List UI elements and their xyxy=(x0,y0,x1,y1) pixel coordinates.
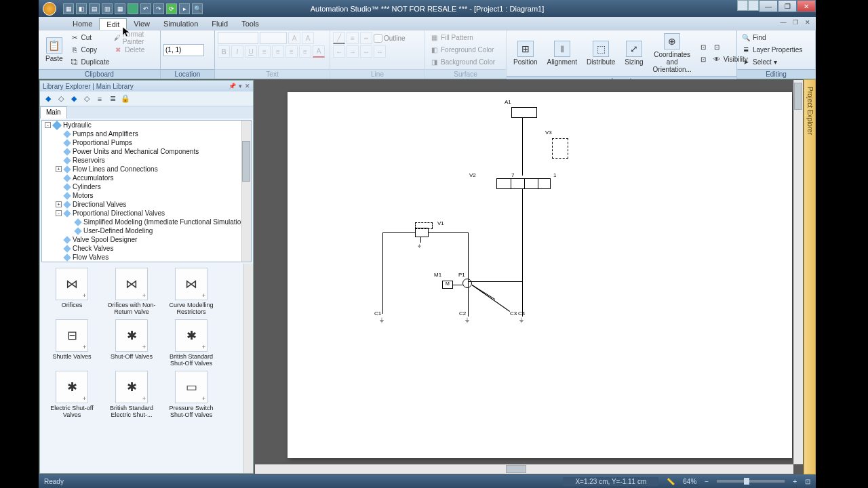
sym-v3[interactable] xyxy=(552,138,568,159)
arrow-start[interactable]: ← xyxy=(333,45,345,58)
paste-button[interactable]: 📋 Paste xyxy=(41,36,67,64)
underline-button[interactable]: U xyxy=(245,45,257,58)
menu-tools[interactable]: Tools xyxy=(235,18,266,29)
qat-btn[interactable]: ◧ xyxy=(76,3,87,14)
sym-cylinder[interactable] xyxy=(511,107,537,118)
line-dash[interactable]: ┅ xyxy=(360,32,372,44)
align-justify[interactable]: ≡ xyxy=(299,45,311,58)
line-color[interactable]: ╱ xyxy=(333,32,345,44)
layout-sm1[interactable]: ⊡ xyxy=(697,41,709,53)
zoom-slider[interactable] xyxy=(717,480,785,483)
tree-item[interactable]: Proportional Flow Valves xyxy=(42,262,251,262)
menu-fluid[interactable]: Fluid xyxy=(205,18,235,29)
tree-scrollbar[interactable] xyxy=(241,121,251,262)
fill-pattern[interactable]: ▦Fill Pattern xyxy=(428,32,496,43)
sym-directional-valve[interactable] xyxy=(496,178,551,189)
qat-btn[interactable]: 🔍 xyxy=(192,3,203,14)
qat-btn[interactable]: ⟳ xyxy=(166,3,177,14)
library-thumb[interactable]: ⋈Orifices xyxy=(44,268,100,315)
line-ends2[interactable]: ↔ xyxy=(374,45,386,58)
font-family-combo[interactable] xyxy=(218,32,258,44)
lock-icon[interactable]: 🔒 xyxy=(120,94,131,104)
qat-btn[interactable]: ▸ xyxy=(179,3,190,14)
thumbs-scrollbar[interactable] xyxy=(243,264,253,473)
line-weight[interactable]: ≡ xyxy=(347,32,359,44)
menu-edit[interactable]: Edit xyxy=(99,18,127,30)
menu-home[interactable]: Home xyxy=(66,18,99,29)
duplicate-button[interactable]: ⿻Duplicate xyxy=(68,56,111,68)
tree-item[interactable]: Reservoirs xyxy=(42,156,251,165)
tree-item[interactable]: -Hydraulic xyxy=(42,121,251,129)
font-size-combo[interactable] xyxy=(260,32,287,44)
tree-item[interactable]: Motors xyxy=(42,191,251,200)
decrease-font[interactable]: A xyxy=(302,32,314,44)
qat-btn[interactable]: ↷ xyxy=(153,3,164,14)
qat-btn[interactable]: ▦ xyxy=(115,3,125,14)
tree-item[interactable]: Power Units and Mechanical Components xyxy=(42,147,251,156)
find-button[interactable]: 🔍Find xyxy=(740,32,804,43)
tb-btn[interactable]: ◆ xyxy=(68,94,79,104)
layout-sm2[interactable]: ⊡ xyxy=(697,54,709,65)
zoom-out[interactable]: − xyxy=(705,478,709,485)
pin-icon[interactable]: 📌 xyxy=(229,83,236,89)
position-button[interactable]: ⊞Position xyxy=(509,39,542,67)
library-thumb[interactable]: ✱British Standard Shut-Off Valves xyxy=(163,319,219,367)
qat-btn[interactable]: ↶ xyxy=(140,3,151,14)
library-thumb[interactable]: ⋈Curve Modelling Restrictors xyxy=(163,268,219,315)
qat-btn[interactable]: ▤ xyxy=(89,3,100,14)
sym-pump[interactable] xyxy=(462,279,472,288)
cut-button[interactable]: ✂Cut xyxy=(68,32,111,43)
canvas-vscroll[interactable] xyxy=(793,80,803,464)
tb-btn[interactable]: ◇ xyxy=(81,94,92,104)
tree-item[interactable]: Valve Spool Designer xyxy=(42,235,251,244)
distribute-button[interactable]: ⬚Distribute xyxy=(583,39,619,67)
tree-item[interactable]: Simplified Modeling (Immediate Functiona… xyxy=(42,218,251,226)
library-thumb[interactable]: ⋈Orifices with Non-Return Valve xyxy=(104,268,159,315)
line-ends[interactable]: ↔ xyxy=(360,45,372,58)
tb-btn[interactable]: ◆ xyxy=(43,94,54,104)
font-color[interactable]: A xyxy=(313,45,325,58)
alignment-button[interactable]: ⫴Alignment xyxy=(543,39,581,67)
minimize-button[interactable]: — xyxy=(759,0,778,12)
dropdown-icon[interactable]: ▾ xyxy=(239,83,242,89)
bg-color[interactable]: ◨Background Color xyxy=(428,56,496,68)
tree-item[interactable]: User-Defined Modeling xyxy=(42,226,251,235)
copy-button[interactable]: ⎘Copy xyxy=(68,44,111,56)
menu-simulation[interactable]: Simulation xyxy=(157,18,205,29)
align-left[interactable]: ≡ xyxy=(258,45,271,58)
location-input[interactable] xyxy=(163,44,204,56)
library-thumb[interactable]: ✱Electric Shut-off Valves xyxy=(44,371,100,418)
sizing-button[interactable]: ⤢Sizing xyxy=(620,39,647,67)
fg-color[interactable]: ◧Foreground Color xyxy=(428,44,496,56)
panel-close[interactable]: ✕ xyxy=(245,83,250,89)
library-thumb[interactable]: ✱British Standard Electric Shut-... xyxy=(104,371,159,418)
zoom-fit[interactable]: ⊡ xyxy=(805,478,810,485)
tree-item[interactable]: Proportional Pumps xyxy=(42,138,251,147)
library-thumb[interactable]: ⊟Shuttle Valves xyxy=(44,319,100,367)
library-thumb[interactable]: ✱Shut-Off Valves xyxy=(104,319,159,367)
zoom-in[interactable]: + xyxy=(793,478,797,485)
units-icon[interactable]: 📏 xyxy=(667,478,675,485)
tree-item[interactable]: Flow Valves xyxy=(42,253,251,262)
mdi-close[interactable]: ✕ xyxy=(802,18,813,27)
tree-item[interactable]: -Proportional Directional Valves xyxy=(42,209,251,218)
maximize-button[interactable]: ❐ xyxy=(778,0,797,12)
mdi-restore[interactable]: ❐ xyxy=(790,18,801,27)
tree-item[interactable]: Check Valves xyxy=(42,244,251,253)
align-right[interactable]: ≡ xyxy=(285,45,298,58)
italic-button[interactable]: I xyxy=(231,45,243,58)
close-button[interactable]: ✕ xyxy=(797,0,816,12)
tb-btn[interactable]: ≡ xyxy=(94,94,105,104)
align-center[interactable]: ≡ xyxy=(272,45,284,58)
increase-font[interactable]: A xyxy=(288,32,300,44)
tree-item[interactable]: Cylinders xyxy=(42,182,251,191)
diagram-canvas[interactable]: A1 V3 V2 7 1 V1 xyxy=(255,80,803,474)
sym-motor[interactable]: M xyxy=(442,281,453,289)
sym-v1[interactable] xyxy=(415,228,429,237)
delete-button[interactable]: ✖Delete xyxy=(112,44,157,56)
library-thumb[interactable]: ▭Pressure Switch Shut-Off Valves xyxy=(163,371,219,418)
tb-btn[interactable]: ◇ xyxy=(56,94,66,104)
tb-btn[interactable]: ≣ xyxy=(107,94,118,104)
select-button[interactable]: ➤Select ▾ xyxy=(740,56,804,68)
mdi-minimize[interactable]: — xyxy=(778,18,789,27)
